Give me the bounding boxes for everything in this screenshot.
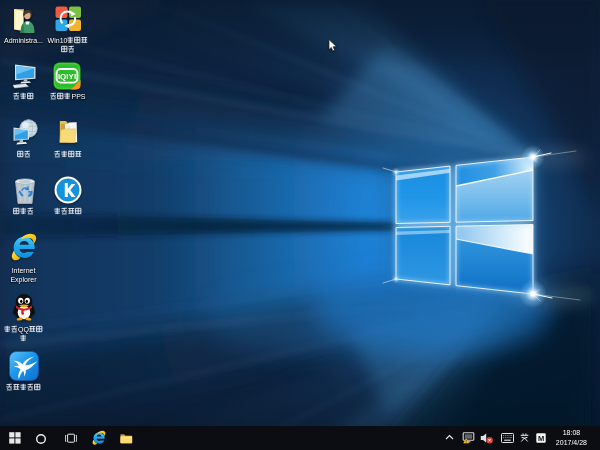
svg-text:M: M: [538, 434, 544, 443]
svg-text:iQIYI: iQIYI: [58, 72, 76, 81]
